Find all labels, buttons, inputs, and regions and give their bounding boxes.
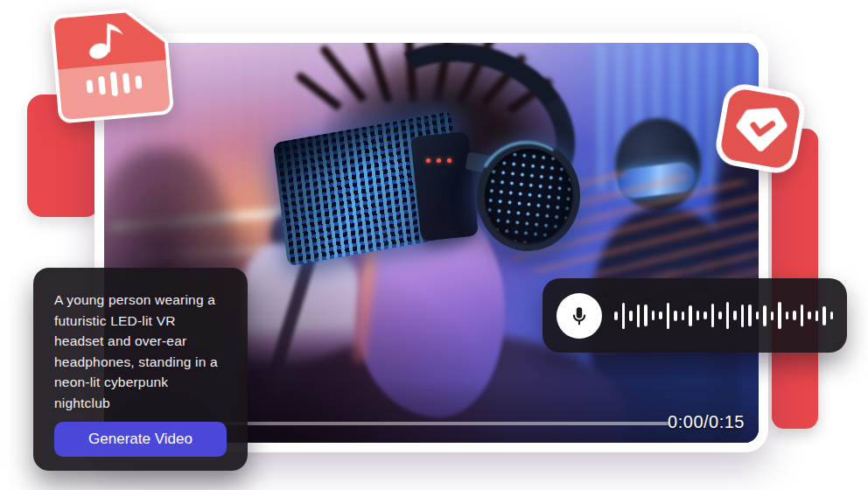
microphone-button[interactable] xyxy=(556,293,602,339)
equalizer-bars xyxy=(78,65,150,102)
audio-waveform xyxy=(614,302,833,329)
music-sticker xyxy=(50,5,174,123)
audio-waveform-pill xyxy=(542,278,847,353)
microphone-icon xyxy=(568,304,591,327)
prompt-text: A young person wearing a futuristic LED-… xyxy=(54,290,227,413)
prompt-panel: A young person wearing a futuristic LED-… xyxy=(33,268,248,471)
page: 0:00/0:15 A young person wearing a futur… xyxy=(0,0,868,490)
generate-video-button[interactable]: Generate Video xyxy=(54,422,227,457)
premium-sticker xyxy=(710,79,810,178)
time-display: 0:00/0:15 xyxy=(668,412,745,432)
